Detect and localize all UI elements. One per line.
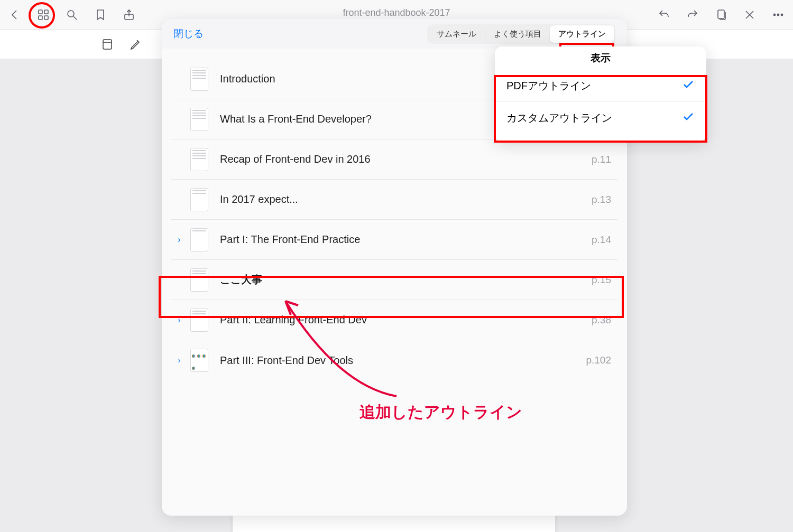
svg-point-7 bbox=[773, 14, 775, 15]
annotation-label: 追加したアウトライン bbox=[359, 402, 522, 423]
outline-page: p.15 bbox=[592, 274, 617, 286]
page-thumb-icon bbox=[190, 228, 208, 251]
page-thumb-icon bbox=[190, 68, 208, 91]
chevron-right-icon[interactable]: › bbox=[171, 235, 187, 245]
redo-icon[interactable] bbox=[685, 7, 700, 22]
outline-page: p.14 bbox=[592, 234, 617, 246]
page-view-icon[interactable] bbox=[100, 38, 114, 51]
svg-rect-3 bbox=[44, 16, 48, 20]
segment-outline[interactable]: アウトライン bbox=[550, 25, 614, 43]
back-icon[interactable] bbox=[7, 7, 22, 22]
svg-rect-0 bbox=[39, 10, 42, 14]
segment-favorites[interactable]: よく使う項目 bbox=[485, 25, 550, 43]
close-doc-icon[interactable] bbox=[742, 7, 757, 22]
page-thumb-icon bbox=[190, 268, 208, 292]
outline-title: In 2017 expect... bbox=[211, 193, 592, 206]
bookmark-icon[interactable] bbox=[93, 7, 108, 22]
filter-item-pdf-outline[interactable]: PDFアウトライン bbox=[495, 70, 706, 102]
page-thumb-icon bbox=[190, 148, 208, 171]
svg-rect-2 bbox=[39, 16, 42, 20]
check-icon bbox=[682, 110, 695, 126]
segment-thumbnails[interactable]: サムネール bbox=[428, 25, 485, 43]
share-icon[interactable] bbox=[122, 7, 136, 22]
svg-rect-1 bbox=[44, 10, 48, 14]
more-icon[interactable] bbox=[771, 7, 786, 22]
outline-title: Part II: Learning Front-End Dev bbox=[211, 314, 592, 326]
filter-menu-header: 表示 bbox=[495, 46, 706, 70]
outline-title: Part I: The Front-End Practice bbox=[211, 234, 592, 246]
outline-row[interactable]: Recap of Front-end Dev in 2016 p.11 bbox=[171, 139, 617, 180]
filter-item-custom-outline[interactable]: カスタムアウトライン bbox=[495, 102, 706, 134]
outline-row[interactable]: › Part III: Front-End Dev Tools p.102 bbox=[171, 340, 617, 380]
outline-row[interactable]: › Part II: Learning Front-End Dev p.38 bbox=[171, 300, 617, 340]
document-title: front-end-handbook-2017 bbox=[343, 7, 450, 18]
outline-page: p.13 bbox=[592, 194, 617, 206]
outline-title: Recap of Front-end Dev in 2016 bbox=[211, 153, 592, 165]
pencil-icon[interactable] bbox=[129, 38, 143, 51]
outline-row[interactable]: In 2017 expect... p.13 bbox=[171, 180, 617, 220]
popover-header: 閉じる サムネール よく使う項目 アウトライン フィルタ bbox=[162, 19, 627, 49]
chevron-right-icon[interactable]: › bbox=[171, 356, 187, 365]
outline-page: p.102 bbox=[586, 354, 617, 366]
undo-icon[interactable] bbox=[657, 7, 671, 22]
page-thumb-icon bbox=[190, 108, 208, 131]
outline-row[interactable]: › Part I: The Front-End Practice p.14 bbox=[171, 220, 617, 260]
copy-page-icon[interactable] bbox=[714, 7, 729, 22]
outline-page: p.11 bbox=[592, 154, 617, 165]
segment-control: サムネール よく使う項目 アウトライン bbox=[427, 24, 615, 44]
toolbar-left bbox=[7, 7, 136, 22]
svg-rect-10 bbox=[103, 40, 112, 49]
thumbnails-grid-icon[interactable] bbox=[36, 7, 51, 22]
outline-page: p.38 bbox=[592, 314, 617, 326]
chevron-right-icon[interactable]: › bbox=[171, 315, 187, 325]
filter-menu: 表示 PDFアウトライン カスタムアウトライン bbox=[495, 46, 706, 142]
filter-item-label: PDFアウトライン bbox=[506, 79, 591, 93]
filter-item-label: カスタムアウトライン bbox=[506, 111, 612, 125]
svg-point-9 bbox=[781, 14, 782, 15]
outline-title: ここ大事 bbox=[211, 273, 592, 287]
page-thumb-icon bbox=[190, 309, 208, 332]
close-button[interactable]: 閉じる bbox=[173, 27, 204, 41]
outline-row[interactable]: ここ大事 p.15 bbox=[171, 260, 617, 300]
search-icon[interactable] bbox=[64, 7, 79, 22]
svg-point-4 bbox=[68, 11, 74, 17]
page-thumb-icon bbox=[190, 349, 208, 372]
outline-title: Part III: Front-End Dev Tools bbox=[211, 354, 586, 367]
check-icon bbox=[682, 78, 695, 94]
svg-point-8 bbox=[777, 14, 779, 15]
svg-rect-6 bbox=[718, 10, 724, 18]
toolbar-right bbox=[657, 7, 786, 22]
page-thumb-icon bbox=[190, 188, 208, 211]
